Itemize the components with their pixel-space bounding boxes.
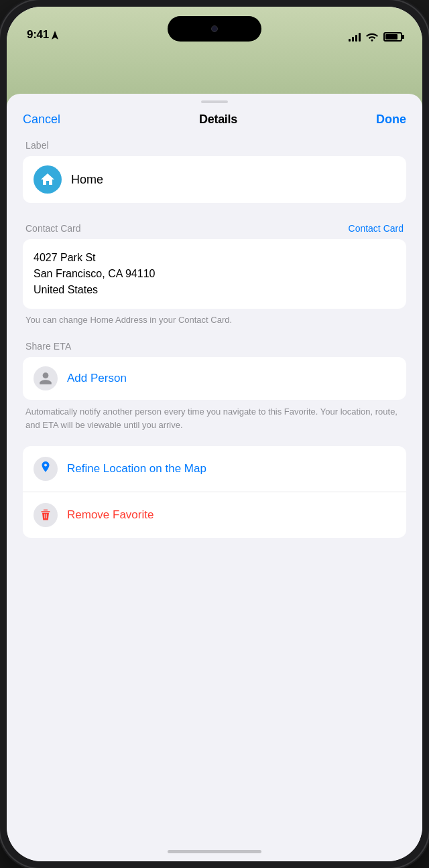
done-button[interactable]: Done [376,113,406,127]
refine-location-label: Refine Location on the Map [67,462,206,476]
screen: 9:41 [7,7,422,861]
address-line1: 4027 Park St [34,252,96,263]
contact-card-link[interactable]: Contact Card [349,223,404,234]
phone-frame: 9:41 [0,0,429,868]
cancel-button[interactable]: Cancel [23,113,60,127]
status-time: 9:41 [27,28,58,42]
location-arrow-icon [52,31,58,40]
label-card: Home [23,156,406,203]
refine-location-row[interactable]: Refine Location on the Map [23,446,406,492]
svg-rect-1 [44,510,48,511]
share-eta-card: Add Person [23,357,406,400]
contact-section-title: Contact Card [25,223,80,234]
address-line2: San Francisco, CA 94110 [34,268,155,279]
address-card: 4027 Park St San Francisco, CA 94110 Uni… [23,239,406,309]
label-row: Home [23,156,406,203]
remove-favorite-row[interactable]: Remove Favorite [23,492,406,538]
person-icon [38,371,53,386]
eta-hint: Automatically notify another person ever… [25,405,406,431]
svg-rect-2 [41,511,50,512]
remove-favorite-label: Remove Favorite [67,508,154,522]
battery-icon [383,32,402,42]
home-indicator [168,850,261,853]
status-icons [349,32,402,42]
page-title: Details [199,113,237,127]
sheet-content: Label Home Contact Card [7,133,422,565]
camera-dot [211,25,218,32]
address-hint: You can change Home Address in your Cont… [25,314,406,326]
home-icon [40,171,56,188]
trash-icon [39,508,52,522]
refine-location-icon-circle [34,457,58,481]
remove-favorite-icon-circle [34,503,58,527]
share-eta-title: Share ETA [25,341,406,352]
details-sheet: Cancel Details Done Label Home [7,94,422,861]
gap-1 [23,208,406,223]
signal-bars-icon [349,32,361,42]
svg-marker-0 [52,31,58,40]
add-person-label: Add Person [67,372,127,385]
dynamic-island [168,16,261,42]
map-pin-icon [39,461,52,476]
label-value: Home [71,173,103,187]
contact-section-header: Contact Card Contact Card [23,223,406,234]
add-person-row[interactable]: Add Person [23,357,406,400]
label-section-title: Label [25,140,406,151]
person-icon-circle [34,366,58,390]
actions-card: Refine Location on the Map Rem [23,446,406,538]
wifi-icon [366,32,378,42]
address-line3: United States [34,284,98,295]
gap-2 [23,326,406,341]
home-icon-circle [34,165,62,194]
nav-bar: Cancel Details Done [7,103,422,133]
address-text: 4027 Park St San Francisco, CA 94110 Uni… [34,250,395,298]
time-display: 9:41 [27,28,49,42]
